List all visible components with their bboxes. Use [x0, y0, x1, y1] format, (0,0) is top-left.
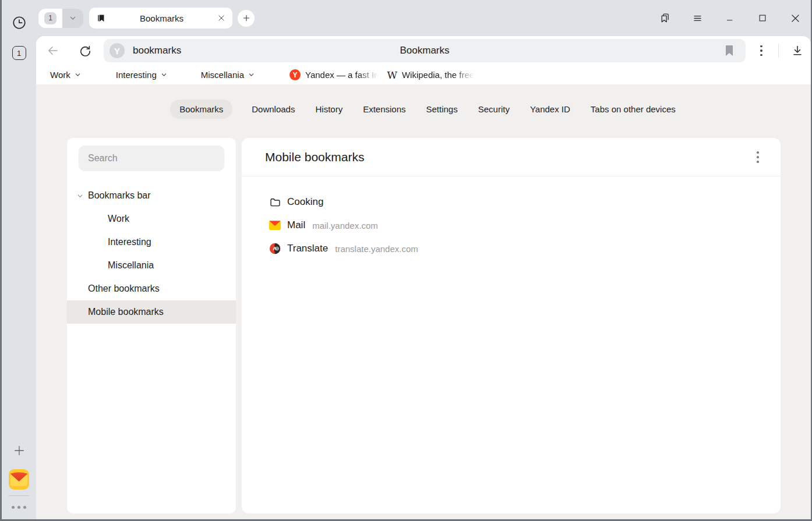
tab-group-control: 1 [38, 9, 83, 28]
bookmark-url: translate.yandex.com [335, 244, 418, 254]
bookmarks-bar-link-yandex[interactable]: Y Yandex — a fast In [290, 69, 379, 80]
rail-add-button[interactable] [2, 441, 36, 460]
bookmarks-bar-folder-interesting[interactable]: Interesting [116, 70, 167, 80]
bookmark-list: Cooking Mail mail.yandex.com [242, 176, 781, 260]
tree-item-label: Miscellania [67, 260, 154, 271]
arrow-left-icon [46, 44, 60, 58]
yandex-mail-favicon [269, 221, 281, 230]
tab-settings[interactable]: Settings [425, 100, 459, 119]
address-bar[interactable]: Y bookmarks Bookmarks [104, 39, 746, 62]
downloads-button[interactable] [790, 44, 806, 58]
tree-item-miscellania[interactable]: Miscellania [67, 254, 236, 277]
tab-security[interactable]: Security [477, 100, 511, 119]
chevron-down-icon [248, 72, 255, 78]
tab-history[interactable]: History [314, 100, 344, 119]
bookmark-name: Mail [287, 219, 305, 231]
plus-icon [242, 13, 251, 23]
kebab-menu-icon [760, 45, 762, 56]
hamburger-menu-icon [692, 13, 703, 24]
tab-bookmarks[interactable]: Bookmarks [170, 100, 232, 119]
side-panel-button[interactable] [658, 12, 671, 24]
folder-label: Work [50, 70, 70, 80]
window-controls [658, 12, 802, 24]
bookmark-url: mail.yandex.com [312, 221, 378, 231]
browser-window: 1 [0, 0, 812, 521]
tab-extensions[interactable]: Extensions [362, 100, 407, 119]
back-button[interactable] [46, 44, 60, 58]
list-item-translate[interactable]: A Translate translate.yandex.com [242, 237, 781, 260]
bookmark-link-label: Wikipedia, the free [402, 70, 474, 80]
bookmark-name: Cooking [287, 196, 323, 208]
side-rail: 1 [2, 0, 36, 519]
ellipsis-icon [10, 506, 28, 509]
page-title: Bookmarks [104, 45, 746, 56]
bookmarks-bar: Work Interesting Miscellania Y Yandex — [36, 65, 811, 84]
rail-divider [9, 495, 29, 496]
bookmark-name: Translate [287, 243, 328, 254]
tree-item-mobile-bookmarks[interactable]: Mobile bookmarks [67, 300, 236, 324]
tab-title: Bookmarks [106, 13, 217, 23]
history-clock-button[interactable] [2, 14, 36, 31]
tab-group-count: 1 [44, 12, 57, 24]
reload-button[interactable] [79, 44, 93, 58]
folder-label: Interesting [116, 70, 157, 80]
tab-yandex-id[interactable]: Yandex ID [529, 100, 571, 119]
tree-item-label: Mobile bookmarks [67, 307, 164, 317]
tree-item-interesting[interactable]: Interesting [67, 231, 236, 254]
minimize-button[interactable] [723, 12, 736, 24]
active-tab[interactable]: Bookmarks [89, 8, 232, 29]
tab-counter-value: 1 [12, 46, 26, 60]
toolbar-divider [778, 44, 779, 58]
folder-label: Miscellania [201, 70, 244, 80]
bookmarks-bar-folder-work[interactable]: Work [50, 70, 81, 80]
search-input[interactable] [79, 146, 224, 171]
tab-downloads[interactable]: Downloads [250, 100, 296, 119]
folders-sidebar: Bookmarks bar Work Interesting Miscellan… [67, 138, 236, 513]
reload-icon [79, 44, 93, 58]
rail-more-button[interactable] [2, 501, 36, 513]
tree-item-work[interactable]: Work [67, 207, 236, 231]
url-text: bookmarks [133, 45, 181, 56]
tree-item-label: Interesting [67, 237, 151, 247]
yandex-translate-favicon: A [269, 243, 281, 254]
wikipedia-favicon: W [387, 69, 397, 81]
yandex-mail-app-button[interactable] [2, 468, 36, 490]
tree-item-other-bookmarks[interactable]: Other bookmarks [67, 277, 236, 300]
browser-chrome: Y bookmarks Bookmarks [36, 36, 811, 84]
panel-menu-button[interactable] [754, 151, 762, 163]
page-actions-menu-button[interactable] [755, 45, 768, 56]
tab-close-icon[interactable] [217, 14, 225, 22]
tab-counter-button[interactable]: 1 [2, 44, 36, 62]
tab-strip: 1 Bookmarks [36, 0, 811, 36]
yandex-mail-icon [8, 469, 30, 490]
site-favicon: Y [110, 43, 125, 58]
maximize-icon [757, 13, 768, 23]
clock-icon [12, 15, 27, 30]
bookmarks-bar-link-wikipedia[interactable]: W Wikipedia, the free [387, 69, 474, 81]
list-item-mail[interactable]: Mail mail.yandex.com [242, 214, 781, 237]
new-tab-button[interactable] [238, 10, 255, 27]
address-bar-row: Y bookmarks Bookmarks [36, 36, 811, 65]
tab-group-button[interactable]: 1 [38, 9, 62, 28]
bookmarks-panel-icon [659, 12, 671, 24]
address-bar-actions [746, 44, 806, 58]
maximize-button[interactable] [756, 12, 769, 24]
bookmarks-panel: Mobile bookmarks Cooking [242, 138, 781, 513]
bookmark-flag-icon[interactable] [723, 44, 735, 58]
tab-other-devices[interactable]: Tabs on other devices [589, 100, 677, 119]
bookmark-link-label: Yandex — a fast In [305, 70, 379, 80]
chevron-down-icon [75, 72, 81, 78]
bookmarks-manager-page: Bookmarks Downloads History Extensions S… [36, 84, 811, 519]
close-window-button[interactable] [789, 12, 802, 24]
tree-item-bookmarks-bar[interactable]: Bookmarks bar [67, 184, 236, 207]
tab-group-dropdown-button[interactable] [62, 9, 83, 28]
bookmarks-bar-folder-miscellania[interactable]: Miscellania [201, 70, 255, 80]
list-item-cooking[interactable]: Cooking [242, 190, 781, 214]
chevron-down-icon[interactable] [76, 192, 84, 200]
chevron-down-icon [69, 14, 77, 22]
browser-menu-button[interactable] [691, 12, 704, 24]
folder-icon [269, 196, 281, 208]
minimize-icon [725, 13, 735, 23]
bookmark-favicon-icon [96, 13, 106, 23]
plus-icon [13, 444, 26, 457]
